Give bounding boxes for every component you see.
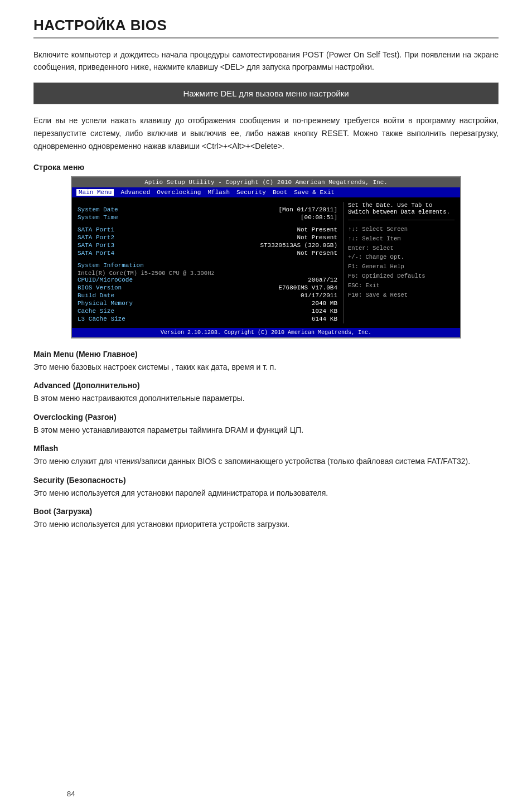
- bios-menu-save-exit[interactable]: Save & Exit: [294, 189, 335, 196]
- body-text: Если вы не успели нажать клавишу до отоб…: [33, 114, 499, 153]
- bios-content: System Date [Mon 01/17/2011] System Time…: [72, 197, 460, 328]
- bios-menu-mflash[interactable]: Mflash: [207, 189, 230, 196]
- bios-row-sata2: SATA Port2 Not Present: [78, 234, 337, 241]
- bios-menubar: Main Menu Advanced Overclocking Mflash S…: [72, 187, 460, 197]
- intro-text: Включите компьютер и дождитесь начала пр…: [33, 49, 499, 74]
- page-wrapper: НАСТРОЙКА BIOS Включите компьютер и дожд…: [33, 17, 499, 798]
- bios-right-panel: Set the Date. Use Tab to Switch between …: [343, 202, 454, 323]
- section-body-security: Это меню используется для установки паро…: [33, 487, 499, 499]
- section-overclocking: Overclocking (Разгон) В этом меню устана…: [33, 413, 499, 436]
- bios-menu-security[interactable]: Security: [236, 189, 266, 196]
- section-title-mflash: Mflash: [33, 444, 499, 453]
- bios-menu-main[interactable]: Main Menu: [76, 189, 114, 196]
- section-title-security: Security (Безопасность): [33, 476, 499, 485]
- bios-screenshot: Aptio Setup Utility - Copyright (C) 2010…: [71, 176, 461, 338]
- page-number: 84: [67, 790, 75, 798]
- bios-main: System Date [Mon 01/17/2011] System Time…: [78, 202, 343, 323]
- section-body-advanced: В этом меню настраиваются дополнительные…: [33, 392, 499, 404]
- section-mflash: Mflash Это меню служит для чтения/записи…: [33, 444, 499, 467]
- bios-menu-advanced[interactable]: Advanced: [120, 189, 150, 196]
- bios-keys: ↑↓: Select Screen ↑↓: Select Item Enter:…: [348, 225, 454, 299]
- bios-row-sata3: SATA Port3 ST3320513AS (320.0GB): [78, 242, 337, 249]
- section-security: Security (Безопасность) Это меню использ…: [33, 476, 499, 499]
- section-title-overclocking: Overclocking (Разгон): [33, 413, 499, 422]
- section-boot: Boot (Загрузка) Это меню используется дл…: [33, 507, 499, 530]
- section-body-boot: Это меню используется для установки прио…: [33, 518, 499, 530]
- bios-system-info-label: System Information: [78, 262, 337, 269]
- menu-bar-label: Строка меню: [33, 163, 499, 172]
- bios-row-cache-size: Cache Size 1024 KB: [78, 308, 337, 315]
- bios-row-l3-cache: L3 Cache Size 6144 KB: [78, 316, 337, 322]
- bios-footer: Version 2.10.1208. Copyright (C) 2010 Am…: [72, 328, 460, 337]
- bios-row-cpuid: CPUID/MicroCode 206a7/12: [78, 277, 337, 283]
- section-main-menu: Main Menu (Меню Главное) Это меню базовы…: [33, 350, 499, 373]
- bios-row-system-date: System Date [Mon 01/17/2011]: [78, 206, 337, 213]
- bios-row-build-date: Build Date 01/17/2011: [78, 292, 337, 299]
- bios-row-system-time: System Time [00:08:51]: [78, 214, 337, 221]
- bios-header: Aptio Setup Utility - Copyright (C) 2010…: [72, 177, 460, 187]
- bios-help-text: Set the Date. Use Tab to Switch between …: [348, 202, 454, 215]
- bios-menu-overclocking[interactable]: Overclocking: [157, 189, 201, 196]
- section-title-boot: Boot (Загрузка): [33, 507, 499, 516]
- section-title-main-menu: Main Menu (Меню Главное): [33, 350, 499, 359]
- bios-row-physical-memory: Physical Memory 2048 MB: [78, 300, 337, 307]
- del-banner: Нажмите DEL для вызова меню настройки: [33, 83, 499, 104]
- page-title: НАСТРОЙКА BIOS: [33, 17, 499, 34]
- bios-row-bios-version: BIOS Version E7680IMS V17.0B4: [78, 284, 337, 291]
- bios-row-sata1: SATA Port1 Not Present: [78, 226, 337, 233]
- section-body-mflash: Это меню служит для чтения/записи данных…: [33, 455, 499, 467]
- bios-row-sata4: SATA Port4 Not Present: [78, 250, 337, 257]
- bios-cpu-info: Intel(R) Core(TM) i5-2500 CPU @ 3.300Hz: [78, 270, 337, 277]
- section-advanced: Advanced (Дополнительно) В этом меню нас…: [33, 381, 499, 404]
- section-title-advanced: Advanced (Дополнительно): [33, 381, 499, 390]
- bios-menu-boot[interactable]: Boot: [273, 189, 287, 196]
- title-divider: [33, 37, 499, 38]
- section-body-overclocking: В этом меню устанавливаются параметры та…: [33, 424, 499, 436]
- section-body-main-menu: Это меню базовых настроек системы , таки…: [33, 361, 499, 373]
